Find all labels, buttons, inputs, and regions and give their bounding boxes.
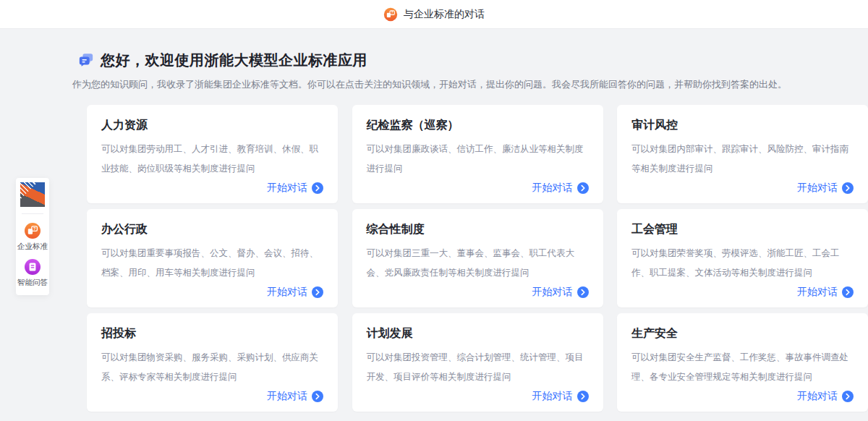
sidebar-item-enterprise-standard[interactable]: ? 企业标准: [17, 222, 48, 252]
arrow-right-circle-icon: [842, 286, 854, 298]
topbar-title: 与企业标准的对话: [404, 8, 485, 21]
card-title: 综合性制度: [367, 221, 589, 237]
card-description: 可以对集团投资管理、综合计划管理、统计管理、项目开发、项目评价等相关制度进行提问: [367, 348, 589, 387]
card-title: 生产安全: [631, 326, 854, 341]
card-title: 招投标: [101, 326, 323, 341]
card-description: 可以对集团廉政谈话、信访工作、廉洁从业等相关制度进行提问: [367, 140, 589, 179]
card-description: 可以对集团荣誉奖项、劳模评选、浙能工匠、工会工作、职工提案、文体活动等相关制度进…: [631, 244, 854, 283]
card-description: 可以对集团安全生产监督、工作奖惩、事故事件调查处理、各专业安全管理规定等相关制度…: [631, 348, 854, 387]
sidebar-item-smart-qa[interactable]: 智能问答: [17, 258, 48, 288]
welcome-section: 您好，欢迎使用浙能大模型企业标准应用 作为您的知识顾问，我收录了浙能集团企业标准…: [72, 29, 868, 91]
start-chat-link[interactable]: 开始对话: [797, 182, 854, 195]
zheneng-logo[interactable]: [20, 182, 45, 207]
start-chat-link[interactable]: 开始对话: [267, 286, 323, 299]
card-description: 可以对集团内部审计、跟踪审计、风险防控、审计指南等相关制度进行提问: [631, 140, 854, 179]
arrow-right-circle-icon: [312, 391, 323, 402]
sidebar: ? 企业标准 智能问答: [16, 178, 49, 295]
arrow-right-circle-icon: [577, 286, 589, 298]
topic-card-audit-risk: 审计风控 可以对集团内部审计、跟踪审计、风险防控、审计指南等相关制度进行提问 开…: [617, 105, 868, 203]
topic-card-hr: 人力资源 可以对集团劳动用工、人才引进、教育培训、休假、职业技能、岗位职级等相关…: [87, 105, 338, 203]
topic-card-office-admin: 办公行政 可以对集团重要事项报告、公文、督办、会议、招待、档案、用印、用车等相关…: [87, 209, 338, 307]
start-chat-link[interactable]: 开始对话: [797, 286, 854, 299]
sidebar-divider: [22, 213, 43, 214]
chat-question-icon: ?: [24, 222, 41, 239]
sidebar-item-label: 企业标准: [17, 242, 48, 252]
start-chat-link[interactable]: 开始对话: [532, 182, 589, 195]
card-title: 办公行政: [101, 221, 323, 237]
page-title: 您好，欢迎使用浙能大模型企业标准应用: [101, 51, 367, 70]
topic-card-production-safety: 生产安全 可以对集团安全生产监督、工作奖惩、事故事件调查处理、各专业安全管理规定…: [617, 313, 868, 412]
start-chat-link[interactable]: 开始对话: [267, 182, 323, 195]
svg-text:?: ?: [391, 11, 393, 14]
start-chat-link[interactable]: 开始对话: [267, 390, 323, 403]
arrow-right-circle-icon: [577, 391, 589, 402]
card-title: 人力资源: [101, 117, 323, 133]
topic-card-planning-development: 计划发展 可以对集团投资管理、综合计划管理、统计管理、项目开发、项目评价等相关制…: [352, 313, 603, 412]
topic-card-discipline-inspection: 纪检监察（巡察） 可以对集团廉政谈话、信访工作、廉洁从业等相关制度进行提问 开始…: [352, 105, 603, 203]
arrow-right-circle-icon: [312, 286, 323, 298]
card-title: 纪检监察（巡察）: [367, 117, 589, 133]
start-chat-link[interactable]: 开始对话: [532, 286, 589, 299]
card-description: 可以对集团物资采购、服务采购、采购计划、供应商关系、评标专家等相关制度进行提问: [101, 348, 323, 387]
topic-card-comprehensive-systems: 综合性制度 可以对集团三重一大、董事会、监事会、职工代表大会、党风廉政责任制等相…: [352, 209, 603, 307]
topic-card-grid: 人力资源 可以对集团劳动用工、人才引进、教育培训、休假、职业技能、岗位职级等相关…: [87, 105, 868, 412]
card-title: 计划发展: [367, 326, 589, 341]
start-chat-link[interactable]: 开始对话: [532, 390, 589, 403]
welcome-subtitle: 作为您的知识顾问，我收录了浙能集团企业标准等文档。你可以在点击关注的知识领域，开…: [72, 78, 868, 91]
topic-card-bidding: 招投标 可以对集团物资采购、服务采购、采购计划、供应商关系、评标专家等相关制度进…: [87, 313, 338, 412]
svg-text:?: ?: [33, 226, 36, 231]
main-content: 您好，欢迎使用浙能大模型企业标准应用 作为您的知识顾问，我收录了浙能集团企业标准…: [0, 29, 868, 412]
arrow-right-circle-icon: [842, 182, 854, 194]
arrow-right-circle-icon: [842, 391, 854, 402]
smart-qa-doc-icon: [24, 258, 41, 276]
arrow-right-circle-icon: [577, 182, 589, 194]
topbar: ? 与企业标准的对话: [0, 0, 868, 29]
card-title: 工会管理: [631, 221, 854, 237]
chat-bubbles-icon: [78, 52, 94, 68]
card-title: 审计风控: [631, 117, 854, 133]
card-description: 可以对集团劳动用工、人才引进、教育培训、休假、职业技能、岗位职级等相关制度进行提…: [101, 140, 323, 179]
card-description: 可以对集团重要事项报告、公文、督办、会议、招待、档案、用印、用车等相关制度进行提…: [101, 244, 323, 283]
chat-question-icon: ?: [383, 7, 398, 22]
topic-card-union-management: 工会管理 可以对集团荣誉奖项、劳模评选、浙能工匠、工会工作、职工提案、文体活动等…: [617, 209, 868, 307]
start-chat-link[interactable]: 开始对话: [797, 390, 854, 403]
sidebar-item-label: 智能问答: [17, 278, 48, 288]
card-description: 可以对集团三重一大、董事会、监事会、职工代表大会、党风廉政责任制等相关制度进行提…: [367, 244, 589, 283]
arrow-right-circle-icon: [312, 182, 323, 194]
